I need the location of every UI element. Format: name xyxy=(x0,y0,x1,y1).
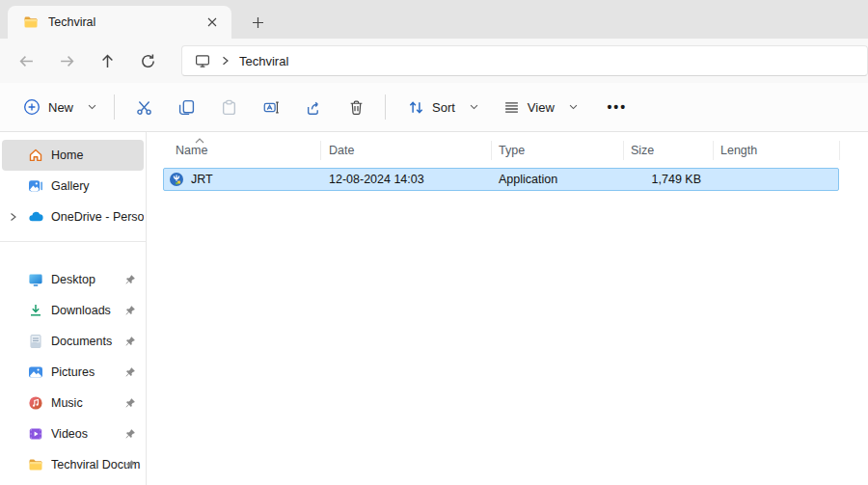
jrt-app-icon xyxy=(169,172,184,187)
cut-icon xyxy=(136,99,152,116)
more-options-button[interactable]: ••• xyxy=(598,90,637,124)
file-row-jrt[interactable]: JRT 12-08-2024 14:03 Application 1,749 K… xyxy=(163,168,839,191)
refresh-button[interactable] xyxy=(127,43,168,78)
home-icon xyxy=(28,148,43,163)
rename-button[interactable] xyxy=(250,90,292,124)
sidebar-item-onedrive[interactable]: OneDrive - Persona xyxy=(2,202,144,232)
navigation-bar: Techviral xyxy=(0,39,868,83)
pin-icon xyxy=(124,459,136,471)
pin-icon xyxy=(124,336,136,347)
breadcrumb-chevron-icon xyxy=(222,56,230,66)
sort-button[interactable]: Sort xyxy=(397,90,489,124)
documents-icon xyxy=(28,334,43,349)
breadcrumb-location: Techviral xyxy=(239,54,288,68)
file-name-cell: JRT xyxy=(164,169,320,190)
column-header-date[interactable]: Date xyxy=(320,138,491,163)
sidebar-item-documents[interactable]: Documents xyxy=(2,326,144,357)
column-header-length[interactable]: Length xyxy=(713,138,839,163)
address-bar[interactable]: Techviral xyxy=(181,45,868,76)
toolbar-separator xyxy=(114,94,115,120)
file-size-cell: 1,749 KB xyxy=(623,169,713,190)
new-button[interactable]: New xyxy=(14,90,106,124)
sidebar-item-pictures[interactable]: Pictures xyxy=(2,357,144,388)
command-toolbar: New xyxy=(0,83,868,132)
view-list-icon xyxy=(503,99,520,116)
onedrive-icon xyxy=(28,209,43,225)
chevron-down-icon xyxy=(569,104,578,110)
tab-close-icon[interactable] xyxy=(201,11,224,34)
sidebar-item-music[interactable]: Music xyxy=(2,388,144,418)
chevron-down-icon xyxy=(88,104,96,110)
file-type-cell: Application xyxy=(491,169,623,190)
gallery-icon xyxy=(28,178,43,194)
back-button[interactable] xyxy=(6,43,46,78)
folder-icon xyxy=(23,14,39,30)
sort-ascending-icon xyxy=(195,138,204,144)
chevron-right-icon[interactable] xyxy=(9,212,17,222)
music-icon xyxy=(28,395,43,411)
delete-icon xyxy=(348,99,365,116)
column-header-type[interactable]: Type xyxy=(491,138,623,163)
pin-icon xyxy=(124,428,136,440)
toolbar-separator xyxy=(385,94,386,120)
pin-icon xyxy=(124,274,136,285)
column-header-size[interactable]: Size xyxy=(623,138,713,163)
tab-bar: Techviral xyxy=(0,0,868,39)
sidebar-item-videos[interactable]: Videos xyxy=(2,418,144,449)
pin-icon xyxy=(124,305,136,316)
desktop-icon xyxy=(28,272,43,287)
sidebar-item-home[interactable]: Home xyxy=(2,140,144,171)
pictures-icon xyxy=(28,364,43,380)
up-button[interactable] xyxy=(87,43,127,78)
folder-icon xyxy=(28,457,43,472)
column-header-end xyxy=(839,138,840,163)
file-list-area: Name Date Type Size Length JRT 12-08-202… xyxy=(147,132,868,485)
file-length-cell xyxy=(713,169,838,190)
share-icon xyxy=(306,99,322,116)
paste-button[interactable] xyxy=(207,90,250,124)
copy-icon xyxy=(178,99,195,116)
delete-button[interactable] xyxy=(335,90,377,124)
copy-button[interactable] xyxy=(165,90,207,124)
plus-circle-icon xyxy=(23,98,41,116)
sort-icon xyxy=(408,99,424,116)
chevron-down-icon xyxy=(470,104,478,110)
sidebar-item-desktop[interactable]: Desktop xyxy=(2,264,144,295)
tab-title: Techviral xyxy=(48,15,201,29)
pin-icon xyxy=(124,397,136,409)
downloads-icon xyxy=(28,303,43,318)
this-pc-icon xyxy=(195,53,210,68)
paste-icon xyxy=(221,99,237,116)
forward-button[interactable] xyxy=(46,43,87,78)
cut-button[interactable] xyxy=(122,90,165,124)
file-explorer-window: Techviral Techviral xyxy=(0,0,868,485)
videos-icon xyxy=(28,426,43,442)
sidebar-item-downloads[interactable]: Downloads xyxy=(2,295,144,326)
new-tab-button[interactable] xyxy=(243,9,272,36)
file-date-cell: 12-08-2024 14:03 xyxy=(320,169,491,190)
view-button[interactable]: View xyxy=(493,90,588,124)
column-headers: Name Date Type Size Length xyxy=(147,138,868,163)
sidebar-separator xyxy=(0,241,146,242)
rename-icon xyxy=(263,99,280,116)
sidebar-item-gallery[interactable]: Gallery xyxy=(2,171,144,202)
navigation-sidebar: Home Gallery OneDrive - Persona xyxy=(0,132,147,485)
pin-icon xyxy=(124,366,136,378)
tab-techviral[interactable]: Techviral xyxy=(8,6,231,39)
sidebar-item-techviral-documents[interactable]: Techviral Docum xyxy=(2,449,144,480)
column-header-name[interactable]: Name xyxy=(147,138,320,163)
share-button[interactable] xyxy=(292,90,335,124)
